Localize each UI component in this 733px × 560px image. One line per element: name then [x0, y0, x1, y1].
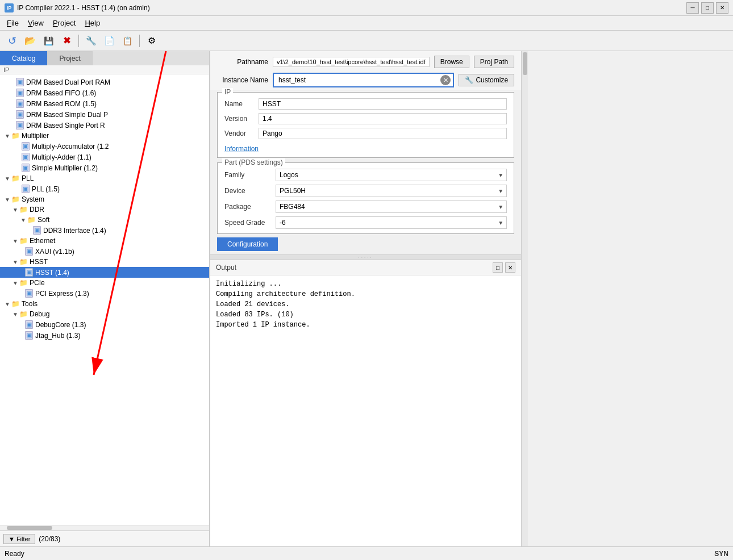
- right-inner: Pathname v1\2_demo\10_hsst_test\ipcore\h…: [210, 51, 521, 546]
- module-icon: ▣: [16, 99, 24, 108]
- output-close-button[interactable]: ✕: [505, 262, 515, 273]
- status-bar: Ready SYN: [0, 546, 733, 560]
- module-icon: ▣: [25, 268, 33, 277]
- module-icon: ▣: [22, 142, 30, 151]
- output-restore-button[interactable]: □: [493, 262, 503, 273]
- right-scrollbar[interactable]: [521, 51, 528, 546]
- module-icon: ▣: [16, 121, 24, 129]
- list-item[interactable]: ▣ PCI Express (1.3): [0, 288, 209, 299]
- tree-toggle-icon: ▼: [19, 217, 27, 223]
- part-section-title: Part (PDS settings): [222, 158, 285, 166]
- refresh-button[interactable]: ↺: [3, 33, 20, 49]
- list-item[interactable]: ▣ DRM Based ROM (1.5): [0, 98, 209, 109]
- list-item[interactable]: ▣ XAUI (v1.1b): [0, 246, 209, 257]
- projpath-button[interactable]: Proj Path: [474, 56, 514, 68]
- horizontal-scrollbar[interactable]: [0, 525, 209, 530]
- refresh-icon: ↺: [8, 35, 16, 47]
- list-item[interactable]: ▣ DebugCore (1.3): [0, 319, 209, 330]
- tree-folder-hsst[interactable]: ▼ 📁 HSST: [0, 257, 209, 267]
- family-select-wrapper[interactable]: Logos Titan ▼: [276, 169, 507, 181]
- instance-name-clear-button[interactable]: ✕: [440, 75, 451, 85]
- menu-help[interactable]: Help: [80, 18, 105, 28]
- tree-folder-system[interactable]: ▼ 📁 System: [0, 194, 209, 204]
- new-icon: 📄: [104, 36, 115, 46]
- package-select[interactable]: FBG484 LFG484: [276, 200, 507, 213]
- menu-view[interactable]: View: [23, 18, 48, 28]
- left-tabs: Catalog Project: [0, 51, 209, 65]
- output-controls: □ ✕: [493, 262, 515, 273]
- tab-catalog[interactable]: Catalog: [0, 51, 47, 65]
- menu-bar: File View Project Help: [0, 16, 733, 31]
- tree-folder-ddr[interactable]: ▼ 📁 DDR: [0, 204, 209, 215]
- tree-toggle-icon: ▼: [3, 301, 11, 307]
- speed-select-wrapper[interactable]: -6 -7 -8 ▼: [276, 216, 507, 229]
- configuration-tab[interactable]: Configuration: [217, 237, 278, 251]
- tree-folder-debug[interactable]: ▼ 📁 Debug: [0, 309, 209, 319]
- output-label: Output: [216, 264, 236, 271]
- module-icon: ▣: [22, 185, 30, 193]
- menu-project[interactable]: Project: [48, 18, 80, 28]
- tree-folder-tools[interactable]: ▼ 📁 Tools: [0, 299, 209, 309]
- window-controls[interactable]: ─ □ ✕: [686, 2, 728, 14]
- menu-file[interactable]: File: [2, 18, 23, 28]
- device-select[interactable]: PGL50H PGL25H: [276, 185, 507, 197]
- package-select-wrapper[interactable]: FBG484 LFG484 ▼: [276, 200, 507, 213]
- list-item[interactable]: ▣ DRM Based Single Port R: [0, 120, 209, 131]
- right-scrollbar-thumb[interactable]: [523, 52, 527, 75]
- tree-folder-soft[interactable]: ▼ 📁 Soft: [0, 215, 209, 225]
- speed-select[interactable]: -6 -7 -8: [276, 216, 507, 229]
- new-button[interactable]: 📄: [101, 33, 118, 49]
- instance-name-input[interactable]: [276, 76, 440, 85]
- instance-name-input-wrapper[interactable]: ✕: [273, 73, 454, 87]
- tree-toggle-icon: ▼: [11, 280, 19, 286]
- ip-vendor-value: Pango: [259, 128, 507, 139]
- tree-folder-ethernet[interactable]: ▼ 📁 Ethernet: [0, 236, 209, 246]
- filter-count: (20/83): [39, 535, 60, 543]
- settings-button[interactable]: ⚙: [143, 33, 160, 49]
- list-item[interactable]: ▣ Jtag_Hub (1.3): [0, 330, 209, 341]
- list-item[interactable]: ▣ PLL (1.5): [0, 183, 209, 194]
- config-tab-area: Configuration: [217, 237, 514, 251]
- module-icon: ▣: [25, 320, 33, 329]
- tree-folder-pcie[interactable]: ▼ 📁 PCIe: [0, 278, 209, 288]
- minimize-button[interactable]: ─: [686, 2, 699, 14]
- ip-version-row: Version 1.4: [224, 113, 507, 124]
- save-button[interactable]: 💾: [40, 33, 57, 49]
- ip-vendor-row: Vendor Pango: [224, 128, 507, 139]
- maximize-button[interactable]: □: [701, 2, 714, 14]
- delete-icon: ✖: [63, 35, 70, 46]
- family-select[interactable]: Logos Titan: [276, 169, 507, 181]
- close-button[interactable]: ✕: [716, 2, 728, 14]
- copy-button[interactable]: 📋: [119, 33, 136, 49]
- filter-button[interactable]: ▼ Filter: [3, 534, 35, 544]
- device-select-wrapper[interactable]: PGL50H PGL25H ▼: [276, 185, 507, 197]
- open-button[interactable]: 📂: [22, 33, 39, 49]
- copy-icon: 📋: [123, 36, 132, 45]
- list-item[interactable]: ▣ DRM Based Dual Port RAM: [0, 77, 209, 87]
- toolbar-separator-2: [139, 35, 140, 47]
- module-icon: ▣: [16, 110, 24, 119]
- module-icon: ▣: [25, 247, 33, 256]
- tree-item-hsst-14[interactable]: ▣ HSST (1.4): [0, 267, 209, 278]
- list-item[interactable]: ▣ Multiply-Adder (1.1): [0, 152, 209, 162]
- tree-folder-pll[interactable]: ▼ 📁 PLL: [0, 173, 209, 183]
- toolbar-separator-1: [78, 35, 79, 47]
- list-item[interactable]: ▣ DRM Based Simple Dual P: [0, 109, 209, 120]
- delete-button[interactable]: ✖: [58, 33, 75, 49]
- list-item[interactable]: ▣ DRM Based FIFO (1.6): [0, 87, 209, 98]
- list-item[interactable]: ▣ Multiply-Accumulator (1.2: [0, 141, 209, 152]
- list-item[interactable]: ▣ DDR3 Interface (1.4): [0, 225, 209, 236]
- tree-container[interactable]: ▣ DRM Based Dual Port RAM ▣ DRM Based FI…: [0, 74, 209, 525]
- tree-toggle-icon: ▼: [11, 207, 19, 213]
- tools-button[interactable]: 🔧: [82, 33, 99, 49]
- tab-project[interactable]: Project: [47, 51, 92, 65]
- tree-folder-multiplier[interactable]: ▼ 📁 Multiplier: [0, 131, 209, 141]
- customize-button[interactable]: 🔧 Customize: [459, 74, 514, 86]
- information-link[interactable]: Information: [224, 145, 259, 153]
- folder-icon: 📁: [11, 132, 20, 140]
- list-item[interactable]: ▣ Simple Multiplier (1.2): [0, 162, 209, 173]
- tree-toggle-icon: ▼: [3, 133, 11, 139]
- browse-button[interactable]: Browse: [434, 56, 469, 68]
- scrollbar-thumb[interactable]: [7, 526, 52, 530]
- output-divider[interactable]: ·····: [210, 254, 521, 260]
